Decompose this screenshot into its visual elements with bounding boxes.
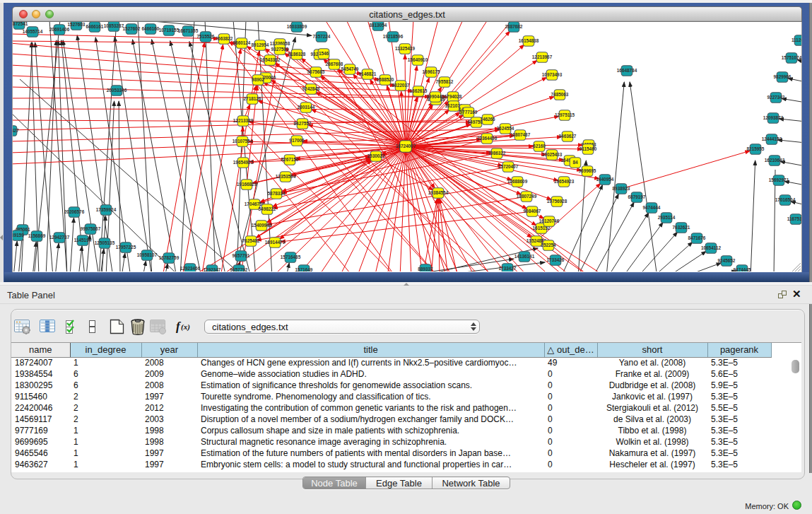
svg-text:2803144: 2803144 (298, 105, 315, 110)
svg-text:1733426: 1733426 (547, 257, 565, 262)
svg-text:16210643: 16210643 (765, 158, 785, 163)
svg-text:19654923: 19654923 (554, 179, 575, 184)
svg-text:8938923: 8938923 (613, 186, 630, 191)
svg-text:9227342: 9227342 (767, 95, 785, 100)
svg-text:20691406: 20691406 (49, 27, 70, 32)
svg-text:1156869: 1156869 (28, 233, 46, 238)
svg-text:19166829: 19166829 (237, 182, 257, 187)
svg-text:12505135: 12505135 (95, 240, 115, 245)
svg-text:8454749: 8454749 (341, 66, 359, 71)
svg-text:14055714: 14055714 (23, 29, 43, 34)
svg-text:6466160: 6466160 (142, 26, 160, 31)
svg-text:98902: 98902 (252, 77, 264, 82)
svg-text:9146821: 9146821 (359, 71, 377, 76)
svg-text:11325419: 11325419 (395, 46, 416, 51)
svg-text:14136141: 14136141 (514, 254, 535, 259)
svg-text:7357224: 7357224 (313, 34, 331, 39)
svg-text:1733427: 1733427 (499, 266, 517, 271)
svg-text:1145194: 1145194 (74, 238, 92, 243)
svg-text:15751074: 15751074 (782, 55, 801, 60)
svg-text:8186328: 8186328 (288, 52, 306, 57)
svg-text:19218596: 19218596 (383, 34, 404, 39)
svg-text:5498222: 5498222 (259, 206, 276, 211)
svg-text:1440954: 1440954 (596, 177, 614, 182)
svg-text:7986322: 7986322 (488, 151, 506, 156)
svg-text:9657791: 9657791 (233, 253, 250, 258)
svg-text:9699695: 9699695 (579, 168, 596, 173)
svg-text:6794028: 6794028 (445, 94, 462, 99)
svg-text:1546: 1546 (319, 51, 329, 56)
svg-text:1571649: 1571649 (295, 267, 313, 271)
svg-text:6879197: 6879197 (628, 194, 646, 199)
svg-text:1588520: 1588520 (377, 77, 394, 82)
svg-text:12213967: 12213967 (532, 54, 553, 59)
svg-text:7955812: 7955812 (436, 79, 454, 84)
svg-text:10807487: 10807487 (510, 132, 531, 137)
svg-text:1112674: 1112674 (792, 37, 801, 42)
svg-text:8427552: 8427552 (294, 121, 312, 126)
svg-text:17359924: 17359924 (96, 207, 117, 212)
svg-text:62160: 62160 (533, 144, 546, 148)
svg-text:12444153: 12444153 (762, 136, 782, 141)
svg-text:12942737: 12942737 (49, 235, 70, 240)
svg-text:20364436: 20364436 (477, 136, 498, 141)
svg-text:8813054: 8813054 (370, 23, 387, 28)
svg-text:16033809: 16033809 (287, 24, 307, 29)
svg-text:9084067: 9084067 (524, 209, 541, 214)
svg-text:17016504: 17016504 (775, 197, 796, 202)
svg-text:10719155: 10719155 (159, 28, 180, 33)
svg-text:99975867: 99975867 (81, 226, 101, 231)
svg-text:9474444: 9474444 (643, 205, 661, 210)
svg-text:19654925: 19654925 (233, 160, 254, 165)
svg-text:9115460: 9115460 (579, 146, 597, 151)
svg-text:12923466: 12923466 (180, 266, 201, 271)
svg-text:16914479: 16914479 (265, 240, 286, 245)
svg-text:15720407: 15720407 (498, 164, 519, 169)
svg-text:16782759: 16782759 (159, 255, 180, 260)
svg-text:15692971: 15692971 (769, 177, 789, 182)
svg-text:10688609: 10688609 (507, 179, 528, 184)
svg-text:12975115: 12975115 (555, 112, 575, 117)
svg-text:16648784: 16648784 (617, 68, 637, 73)
svg-text:2718126: 2718126 (244, 96, 261, 101)
svg-text:1527602: 1527602 (123, 26, 141, 31)
svg-text:8990448: 8990448 (427, 94, 445, 99)
svg-text:2887682: 2887682 (505, 24, 523, 29)
svg-text:8267150: 8267150 (281, 157, 299, 162)
svg-text:7663822: 7663822 (216, 36, 233, 41)
svg-text:9327503: 9327503 (271, 47, 289, 52)
svg-text:9657792: 9657792 (230, 267, 248, 271)
svg-text:9777169: 9777169 (460, 110, 478, 115)
svg-text:5675685: 5675685 (307, 69, 325, 74)
svg-text:16671355: 16671355 (178, 28, 199, 33)
svg-text:1362615: 1362615 (410, 88, 428, 93)
svg-text:20206576: 20206576 (64, 209, 85, 214)
svg-text:9245652: 9245652 (718, 258, 736, 263)
svg-text:889337: 889337 (418, 267, 433, 271)
svg-text:84: 84 (572, 160, 578, 165)
svg-text:9474445: 9474445 (734, 267, 751, 271)
svg-text:1696175: 1696175 (423, 69, 440, 74)
svg-text:746266: 746266 (480, 117, 495, 122)
svg-text:16120746: 16120746 (539, 218, 560, 223)
svg-text:8471676: 8471676 (688, 235, 706, 240)
svg-text:12213389: 12213389 (233, 118, 254, 123)
svg-text:1292347: 1292347 (204, 267, 221, 271)
svg-text:2867608: 2867608 (326, 62, 343, 66)
svg-text:1167533: 1167533 (787, 216, 801, 221)
svg-text:252254: 252254 (541, 243, 556, 247)
svg-text:6466161: 6466161 (86, 24, 104, 29)
svg-text:8322037: 8322037 (392, 83, 410, 88)
svg-text:12093873: 12093873 (763, 115, 784, 120)
svg-text:19384554: 19384554 (428, 190, 449, 195)
svg-text:15716485: 15716485 (281, 255, 301, 259)
svg-text:1527603: 1527603 (68, 22, 86, 27)
svg-text:9860124: 9860124 (233, 40, 251, 45)
svg-text:9242848: 9242848 (302, 86, 320, 91)
svg-text:10025433: 10025433 (542, 152, 563, 157)
svg-text:2530023: 2530023 (367, 153, 385, 158)
svg-text:10853287: 10853287 (104, 23, 124, 28)
svg-text:10958107: 10958107 (137, 252, 158, 257)
svg-text:16543362: 16543362 (260, 57, 281, 62)
svg-text:16154838: 16154838 (519, 38, 539, 43)
